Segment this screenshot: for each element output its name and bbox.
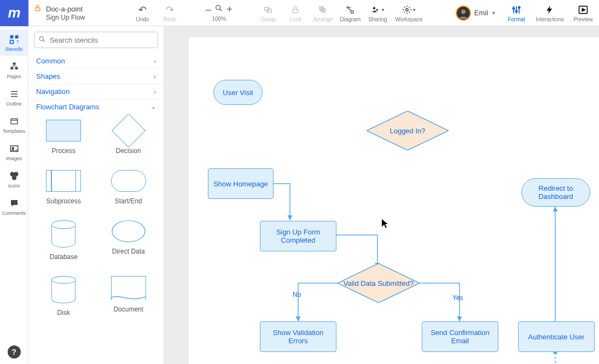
rail-pages[interactable]: Pages (0, 57, 28, 83)
svg-point-15 (461, 9, 466, 14)
zoom-in-button[interactable]: + (226, 4, 232, 15)
undo-button[interactable]: ↶ Undo (129, 0, 156, 26)
stencil-disk[interactable]: Disk (34, 276, 94, 316)
templates-icon (8, 115, 20, 127)
svg-point-20 (515, 10, 517, 11)
workspace-button[interactable]: ▾ Workspace (391, 0, 426, 26)
svg-point-40 (12, 148, 14, 149)
process-shape-icon (46, 120, 81, 142)
category-flowchart[interactable]: Flowchart Diagrams ⌄ (28, 99, 164, 114)
stencil-directdata[interactable]: Direct Data (99, 220, 159, 261)
rail-comments[interactable]: Comments (0, 193, 28, 220)
rail-icons[interactable]: Icons (0, 166, 28, 192)
svg-rect-25 (10, 40, 13, 44)
stencil-panel: Common ‹ Shapes ‹ Navigation ‹ Flowchart… (28, 26, 164, 364)
magnifier-icon (214, 4, 223, 15)
preview-button[interactable]: Preview (567, 0, 599, 26)
stencil-subprocess[interactable]: Subprocess (34, 170, 94, 205)
redo-button[interactable]: ↷ Redo (156, 0, 183, 26)
svg-point-44 (39, 37, 43, 40)
edge-label-yes: Yes (452, 294, 463, 302)
canvas-area[interactable]: User Visit Logged In? Show Homepage Sign… (164, 26, 599, 364)
directdata-shape-icon (112, 220, 146, 242)
svg-rect-7 (322, 9, 325, 12)
interactions-button[interactable]: Interactions (532, 0, 567, 26)
outline-icon (9, 88, 20, 100)
comments-icon (9, 197, 20, 209)
category-shapes[interactable]: Shapes ‹ (28, 69, 164, 84)
svg-rect-10 (351, 10, 354, 13)
topbar: m Doc-a-point Sign Up Flow ↶ Undo ↷ Redo… (0, 0, 599, 26)
svg-rect-23 (10, 36, 13, 39)
arrange-button[interactable]: Arrange (309, 0, 336, 26)
node-valid-data[interactable]: Valid Data Submitted? (338, 263, 420, 303)
node-show-homepage[interactable]: Show Homepage (208, 168, 274, 199)
rail-stencils[interactable]: T Stencils (0, 30, 28, 56)
group-button[interactable]: Group (254, 0, 282, 26)
images-icon (8, 143, 20, 155)
redo-icon: ↷ (166, 4, 174, 16)
lock-icon (291, 4, 300, 16)
node-show-errors[interactable]: Show Validation Errors (260, 321, 336, 352)
node-logged-in[interactable]: Logged In? (367, 111, 449, 150)
play-icon (578, 4, 589, 16)
chevron-left-icon: ‹ (154, 73, 156, 80)
svg-text:T: T (16, 39, 19, 44)
file-subtitle[interactable]: Sign Up Flow (46, 14, 85, 21)
sharing-button[interactable]: ▾ Sharing (364, 0, 391, 26)
help-button[interactable]: ? (8, 345, 21, 359)
stencil-decision[interactable]: Decision (99, 120, 159, 155)
file-title[interactable]: Doc-a-point (46, 5, 83, 13)
svg-rect-6 (319, 7, 323, 10)
stencils-icon: T (8, 33, 20, 45)
svg-point-43 (11, 175, 16, 180)
user-name: Emil (474, 9, 488, 17)
chevron-left-icon: ‹ (154, 58, 156, 64)
stencil-document[interactable]: Document (99, 276, 159, 316)
svg-point-1 (216, 5, 220, 10)
diagram-icon (345, 4, 356, 16)
rail-images[interactable]: Images (0, 139, 28, 165)
chevron-down-icon: ⌄ (151, 103, 156, 110)
edge-label-no: No (293, 291, 301, 298)
rail-outline[interactable]: Outline (0, 84, 28, 110)
search-input[interactable] (34, 32, 158, 48)
format-button[interactable]: Format (501, 0, 532, 26)
undo-icon: ↶ (138, 4, 147, 16)
node-signup-completed[interactable]: Sign Up Form Completed (260, 221, 336, 251)
node-send-confirm[interactable]: Send Confirmation Email (422, 321, 498, 352)
svg-line-2 (220, 9, 222, 11)
group-icon (263, 4, 274, 16)
stencil-startend[interactable]: Start/End (99, 170, 159, 205)
chevron-left-icon: ‹ (154, 89, 156, 95)
zoom-value[interactable]: 100% (212, 16, 226, 22)
stencil-process[interactable]: Process (34, 120, 94, 155)
node-redirect-dashboard[interactable]: Redirect to Dashboard (521, 178, 590, 207)
svg-rect-29 (15, 67, 18, 69)
user-menu[interactable]: Emil ▼ (451, 5, 501, 21)
diagram-button[interactable]: Diagram (336, 0, 364, 26)
pages-icon (8, 61, 20, 73)
avatar (456, 5, 471, 21)
file-info: Doc-a-point Sign Up Flow (28, 4, 90, 21)
lock-button[interactable]: Lock (282, 0, 309, 26)
app-logo[interactable]: m (0, 0, 28, 26)
zoom-out-button[interactable]: – (206, 4, 211, 15)
svg-rect-37 (11, 119, 18, 124)
arrange-icon (318, 4, 328, 16)
category-common[interactable]: Common ‹ (28, 54, 164, 69)
svg-point-11 (373, 7, 376, 9)
canvas[interactable]: User Visit Logged In? Show Homepage Sign… (189, 37, 599, 364)
bolt-icon (545, 4, 555, 16)
rail-templates[interactable]: Templates (0, 111, 28, 138)
node-user-visit[interactable]: User Visit (213, 80, 263, 105)
zoom-control: – + 100% (200, 4, 238, 22)
category-navigation[interactable]: Navigation ‹ (28, 84, 164, 99)
svg-point-21 (518, 7, 520, 8)
node-authenticate-user[interactable]: Authenticate User (518, 321, 595, 352)
svg-point-19 (513, 7, 514, 9)
sharing-icon: ▾ (370, 4, 385, 16)
stencil-database[interactable]: Database (34, 220, 94, 261)
search-icon (38, 36, 46, 45)
svg-rect-8 (321, 8, 324, 11)
